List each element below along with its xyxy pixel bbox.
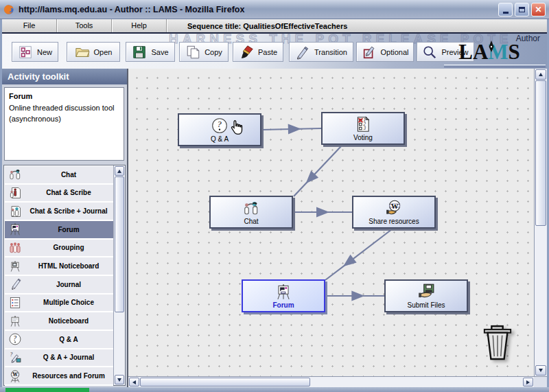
canvas-vertical-scrollbar[interactable] xyxy=(534,69,547,376)
canvas-scroll-up-button[interactable] xyxy=(535,69,546,80)
activity-item-chat-scribe[interactable]: Chat & Scribe xyxy=(5,185,113,203)
maximize-button[interactable] xyxy=(515,3,529,16)
activity-item-noticeboard[interactable]: Noticeboard xyxy=(5,312,113,331)
activity-list-scrollbar[interactable] xyxy=(113,165,125,385)
toolbar-button-label: New xyxy=(37,48,52,56)
canvas-vscroll-thumb[interactable] xyxy=(535,80,546,226)
activity-icon-cell xyxy=(5,314,25,328)
chat-icon xyxy=(242,199,260,217)
svg-text:W: W xyxy=(12,371,18,378)
activity-item-chat[interactable]: Chat xyxy=(5,166,113,185)
sequence-canvas[interactable]: ?Q & A123VotingChatWShare resourcesForum… xyxy=(128,69,534,376)
node-label: Chat xyxy=(244,218,258,225)
toolbar-button-label: Copy xyxy=(205,48,222,56)
canvas-scroll-left-button[interactable] xyxy=(129,378,139,387)
activity-item-forum[interactable]: Forum xyxy=(5,221,113,240)
node-label: Share resources xyxy=(369,218,419,225)
activity-item-label: Q & A xyxy=(25,336,113,343)
activity-item-q-a[interactable]: ?Q & A xyxy=(5,331,113,349)
title-bar: http://lams.mq.edu.au - Author :: LAMS -… xyxy=(0,0,549,19)
list-scroll-down-button[interactable] xyxy=(115,375,124,384)
save-button[interactable]: Save xyxy=(126,42,175,62)
node-label: Submit Files xyxy=(407,301,445,309)
open-button[interactable]: Open xyxy=(67,42,120,62)
minimize-button[interactable] xyxy=(498,3,513,16)
activity-description-box: Forum Online threaded discussion tool (a… xyxy=(4,87,124,161)
activity-icon-cell xyxy=(5,296,25,310)
optional-button[interactable]: Optional xyxy=(356,42,414,62)
voting-icon: 123 xyxy=(354,115,372,133)
paste-button[interactable]: Paste xyxy=(233,42,283,62)
activity-item-chat-scribe-journal[interactable]: Chat & Scribe + Journal xyxy=(5,203,113,221)
activity-node-submit-files[interactable]: Submit Files xyxy=(384,279,468,312)
activity-icon-cell: W xyxy=(5,369,25,383)
right-arrow-icon xyxy=(526,380,530,384)
activity-node-chat[interactable]: Chat xyxy=(209,196,293,229)
activity-icon-cell xyxy=(5,241,25,255)
hand-cursor-icon xyxy=(229,119,244,136)
activity-item-label: HTML Noticeboard xyxy=(25,262,113,270)
firefox-icon xyxy=(3,4,14,15)
activity-node-share-resources[interactable]: WShare resources xyxy=(352,196,436,229)
activity-icon-cell xyxy=(5,260,25,273)
transition-button[interactable]: Transition xyxy=(289,42,353,62)
activity-item-label: Q & A + Journal xyxy=(25,354,113,361)
activity-item-multiple-choice[interactable]: Multiple Choice xyxy=(5,295,113,313)
activity-item-grouping[interactable]: Grouping xyxy=(5,240,113,258)
svg-text:3: 3 xyxy=(364,126,366,130)
html-noticeboard-icon xyxy=(8,260,22,273)
toolbar-button-label: Open xyxy=(94,48,113,56)
open-folder-icon xyxy=(75,45,90,60)
close-button[interactable]: ✕ xyxy=(531,3,546,16)
resources-forum-icon: W xyxy=(8,369,22,383)
canvas-horizontal-scrollbar[interactable] xyxy=(128,376,534,387)
menu-tools[interactable]: Tools xyxy=(57,19,112,32)
activity-item-html-noticeboard[interactable]: HTML Noticeboard xyxy=(5,257,113,276)
list-scroll-thumb[interactable] xyxy=(115,176,124,312)
canvas-hscroll-thumb[interactable] xyxy=(140,378,310,387)
left-arrow-icon xyxy=(132,380,136,384)
activity-node-voting[interactable]: 123Voting xyxy=(321,112,405,145)
save-disk-icon xyxy=(132,45,147,60)
menu-help[interactable]: Help xyxy=(112,19,167,32)
node-label: Voting xyxy=(353,134,373,141)
activity-icon-cell xyxy=(5,205,25,218)
copy-button[interactable]: Copy xyxy=(179,42,229,62)
activity-item-label: Noticeboard xyxy=(25,317,113,325)
activity-item-label: Multiple Choice xyxy=(25,299,113,306)
toolbar: HARNESS THE POT RELEASE POTE NewOpenSave… xyxy=(2,34,547,69)
canvas-scroll-down-button[interactable] xyxy=(535,365,546,376)
list-scroll-up-button[interactable] xyxy=(115,166,124,176)
activity-description-title: Forum xyxy=(9,91,119,102)
activity-item-q-a-journal[interactable]: ?Q & A + Journal xyxy=(5,349,113,368)
activity-toolkit-panel: Activity toolkit Forum Online threaded d… xyxy=(2,69,128,387)
svg-text:?: ? xyxy=(10,351,13,357)
paste-brush-icon xyxy=(239,45,254,60)
toolbar-button-label: Save xyxy=(151,48,168,56)
forum-icon xyxy=(8,222,22,236)
activity-node-q-a[interactable]: ?Q & A xyxy=(178,113,261,146)
trash-icon[interactable] xyxy=(482,324,513,362)
lams-brand-text: LAMS xyxy=(437,42,541,62)
sequence-title: Sequence title: QualitiesOfEffectiveTeac… xyxy=(187,22,347,30)
svg-text:?: ? xyxy=(217,119,222,129)
forum-icon xyxy=(274,283,292,301)
multiple-choice-icon xyxy=(8,296,22,310)
activity-icon-cell xyxy=(5,277,25,291)
chat-scribe-icon xyxy=(8,186,22,200)
qa-journal-icon: ? xyxy=(8,351,22,365)
activity-item-journal[interactable]: Journal xyxy=(5,276,113,295)
journal-icon xyxy=(8,277,22,291)
activity-node-forum[interactable]: Forum xyxy=(242,279,325,312)
copy-pages-icon xyxy=(185,45,200,60)
qa-icon: ? xyxy=(8,332,22,346)
activity-icon-cell xyxy=(5,168,25,181)
canvas-scroll-right-button[interactable] xyxy=(523,378,533,387)
menu-file[interactable]: File xyxy=(2,19,57,32)
activity-item-resources-and-forum[interactable]: WResources and Forum xyxy=(5,367,113,386)
svg-text:?: ? xyxy=(13,334,16,342)
down-arrow-icon xyxy=(117,378,121,382)
new-button[interactable]: New xyxy=(12,42,58,62)
activity-item-label: Forum xyxy=(25,226,113,233)
activity-item-label: Chat & Scribe + Journal xyxy=(25,207,113,215)
